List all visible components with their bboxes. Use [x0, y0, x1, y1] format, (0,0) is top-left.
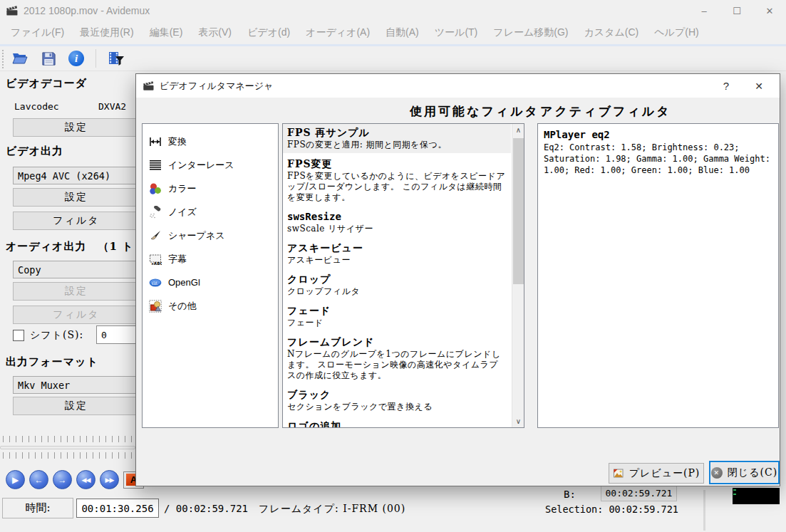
- dialog-help-button[interactable]: ?: [710, 74, 743, 98]
- subtitle-icon: ▸ABC: [149, 253, 162, 266]
- filter-rows: FPS 再サンプル FPSの変更と適用: 期間と同期を保つ。 FPS変更 FPS…: [283, 124, 511, 428]
- information-icon[interactable]: i: [68, 51, 84, 66]
- menu-auto[interactable]: 自動(A): [378, 26, 427, 39]
- audio-encoder-select[interactable]: Copy: [13, 261, 140, 278]
- dialog-app-icon: [143, 80, 155, 92]
- category-transform[interactable]: 変換: [143, 130, 278, 153]
- video-decoder-settings-button[interactable]: 設定: [13, 118, 140, 137]
- filter-row-swsresize[interactable]: swsResize swScale リサイザー: [283, 208, 511, 237]
- filter-row-crop[interactable]: クロップ クロップフィルタ: [283, 271, 511, 300]
- dialog-title-bar: ビデオフィルタマネージャ: [136, 74, 780, 98]
- category-others[interactable]: その他: [143, 294, 278, 318]
- dialog-close-button[interactable]: ✕ 閉じる(C): [709, 461, 780, 484]
- active-filter-row[interactable]: MPlayer eq2 Eq2: Contrast: 1.58; Brightn…: [544, 129, 772, 176]
- filter-row-black[interactable]: ブラック セクションをブラックで置き換える: [283, 386, 511, 415]
- audio-output-settings-button: 設定: [13, 282, 140, 301]
- svg-text:GL: GL: [151, 280, 158, 285]
- audio-output-filters-button: フィルタ: [13, 306, 140, 324]
- dialog-close-icon[interactable]: ✕: [743, 74, 775, 98]
- close-circle-icon: ✕: [711, 467, 723, 479]
- output-format-settings-button[interactable]: 設定: [13, 397, 140, 415]
- shift-checkbox[interactable]: [13, 330, 24, 341]
- avidemux-window: 2012 1080p.mov - Avidemux – ☐ ✕ ファイル(F) …: [0, 0, 786, 532]
- menu-file[interactable]: ファイル(F): [3, 26, 72, 39]
- filter-row-frame-blend[interactable]: フレームブレンド Nフレームのグループを1つのフレームにブレンドします。 スロー…: [283, 333, 511, 384]
- marker-b-label: B:: [564, 489, 576, 500]
- menu-bar: ファイル(F) 最近使用(R) 編集(E) 表示(V) ビデオ(d) オーディオ…: [0, 21, 786, 44]
- interlace-icon: [149, 159, 162, 172]
- minimize-button[interactable]: –: [688, 0, 720, 21]
- menu-help[interactable]: ヘルプ(H): [646, 26, 706, 39]
- toolbar-separator: [95, 49, 96, 68]
- slider-ticks-top: [3, 436, 135, 442]
- current-time-input[interactable]: 00:01:30.256: [76, 499, 159, 518]
- filters-scrollbar[interactable]: ∧ ∨: [512, 124, 524, 427]
- svg-text:▸ABC: ▸ABC: [152, 261, 162, 266]
- next-keyframe-button[interactable]: ▶▶: [100, 470, 119, 489]
- transform-icon: [149, 135, 162, 148]
- window-title: 2012 1080p.mov - Avidemux: [24, 5, 150, 16]
- menu-recent[interactable]: 最近使用(R): [72, 26, 141, 39]
- video-output-filters-button[interactable]: フィルタ: [13, 212, 140, 230]
- preview-button[interactable]: プレビュー(P): [609, 463, 704, 484]
- filter-row-change-fps[interactable]: FPS変更 FPSを変更しているかのように、ビデオをスピードアップ/スローダウン…: [283, 155, 511, 206]
- scroll-up-icon[interactable]: ∧: [512, 124, 524, 136]
- menu-audio[interactable]: オーディオ(A): [298, 26, 378, 39]
- noise-icon: [149, 206, 162, 219]
- category-color[interactable]: カラー: [143, 177, 278, 200]
- play-button[interactable]: ▶: [6, 470, 25, 489]
- video-filters-icon[interactable]: [108, 50, 125, 67]
- filter-category-list: 変換 インターレース カラー ノイズ シャープネス ▸ABC 字幕: [142, 123, 279, 428]
- maximize-button[interactable]: ☐: [720, 0, 753, 21]
- toolbar-grip[interactable]: [2, 50, 4, 68]
- shift-value-input[interactable]: 0: [96, 325, 138, 344]
- filter-row-fade[interactable]: フェード フェード: [283, 302, 511, 331]
- filter-row-ascii-view[interactable]: アスキービュー アスキービュー: [283, 239, 511, 268]
- video-decoder-heading: ビデオデコーダ: [6, 77, 87, 90]
- category-interlace[interactable]: インターレース: [143, 153, 278, 177]
- menu-edit[interactable]: 編集(E): [142, 26, 191, 39]
- audio-shift-row: シフト(S): 0: [13, 329, 83, 342]
- scroll-thumb[interactable]: [513, 138, 524, 284]
- previous-keyframe-button[interactable]: ◀◀: [76, 470, 95, 489]
- menu-video[interactable]: ビデオ(d): [239, 26, 298, 39]
- video-encoder-select[interactable]: Mpeg4 AVC (x264): [13, 167, 140, 184]
- scroll-down-icon[interactable]: ∨: [512, 415, 524, 427]
- video-output-heading: ビデオ出力: [6, 145, 63, 158]
- video-decoder-name: Lavcodec: [14, 101, 59, 112]
- preview-icon: [613, 468, 624, 479]
- navigation-slider[interactable]: [0, 446, 135, 449]
- menu-go[interactable]: フレーム移動(G): [485, 26, 576, 39]
- category-subtitle[interactable]: ▸ABC 字幕: [143, 247, 278, 271]
- codec-sidebar: ビデオデコーダ Lavcodec DXVA2 設定 ビデオ出力 Mpeg4 AV…: [0, 71, 143, 470]
- previous-frame-button[interactable]: ←: [29, 470, 48, 489]
- category-sharpness[interactable]: シャープネス: [143, 224, 278, 247]
- selection-time: Selection: 00:02:59.721: [545, 504, 678, 515]
- category-noise[interactable]: ノイズ: [143, 200, 278, 224]
- total-time: / 00:02:59.721: [164, 503, 248, 514]
- audio-output-heading: オーディオ出力 （1 ト: [6, 240, 133, 254]
- window-controls: – ☐ ✕: [688, 0, 786, 21]
- marker-b-time: 00:02:59.721: [601, 485, 677, 501]
- save-file-icon[interactable]: [40, 50, 57, 67]
- menu-custom[interactable]: カスタム(C): [576, 26, 647, 39]
- filter-row-add-logo[interactable]: ロゴの追加: [283, 417, 511, 428]
- active-filter-name: MPlayer eq2: [544, 129, 772, 140]
- shift-label: シフト(S):: [30, 329, 83, 342]
- menu-tools[interactable]: ツール(T): [427, 26, 486, 39]
- close-button[interactable]: ✕: [753, 0, 786, 21]
- open-file-icon[interactable]: [11, 50, 29, 67]
- video-output-settings-button[interactable]: 設定: [13, 188, 140, 207]
- active-filters-heading: アクティブフィルタ: [540, 103, 671, 120]
- volume-grip[interactable]: [703, 490, 705, 531]
- video-filter-manager-dialog: ビデオフィルタマネージャ ? ✕ 使用可能なフィルタ アクティブフィルタ 変換 …: [135, 73, 780, 486]
- dialog-title: ビデオフィルタマネージャ: [160, 80, 273, 93]
- color-icon: [149, 182, 162, 195]
- category-opengl[interactable]: GL OpenGl: [143, 271, 278, 294]
- muxer-select[interactable]: Mkv Muxer: [13, 376, 140, 394]
- filter-row-fps-resample[interactable]: FPS 再サンプル FPSの変更と適用: 期間と同期を保つ。: [283, 124, 511, 153]
- output-format-heading: 出力フォーマット: [6, 355, 98, 369]
- next-frame-button[interactable]: →: [53, 470, 72, 489]
- menu-view[interactable]: 表示(V): [190, 26, 239, 39]
- slider-ticks-bottom: [3, 452, 135, 459]
